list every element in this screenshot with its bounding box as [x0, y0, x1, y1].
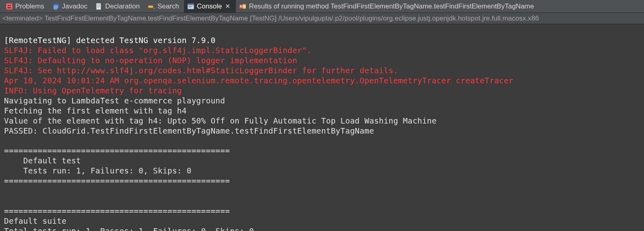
console-line: Value of the element with tag h4: Upto 5…: [4, 116, 437, 126]
console-line: SLF4J: See http://www.slf4j.org/codes.ht…: [4, 66, 398, 75]
status-text: <terminated> TestFindFirstElementByTagNa…: [2, 14, 539, 22]
console-line: ========================================…: [4, 146, 230, 155]
console-line: Default test: [4, 156, 81, 165]
tab-label: Problems: [15, 2, 44, 10]
console-line: Navigating to LambdaTest e-commerce play…: [4, 96, 225, 105]
console-line: SLF4J: Defaulting to no-operation (NOP) …: [4, 56, 297, 65]
console-line: ========================================…: [4, 206, 230, 216]
svg-rect-9: [97, 7, 99, 8]
problems-icon: [6, 3, 13, 10]
svg-rect-3: [8, 7, 11, 8]
tab-label: Console: [197, 2, 222, 10]
tab-javadoc[interactable]: @ Javadoc: [49, 0, 92, 12]
svg-rect-10: [148, 5, 153, 8]
svg-rect-13: [188, 4, 194, 5]
testng-icon: NG: [239, 3, 246, 10]
svg-point-1: [8, 5, 9, 6]
declaration-icon: [95, 3, 103, 10]
tab-declaration[interactable]: Declaration: [92, 0, 144, 12]
svg-rect-15: [188, 7, 191, 7]
console-line: PASSED: CloudGrid.TestFindFirstElementBy…: [4, 126, 374, 136]
svg-rect-8: [97, 6, 100, 6]
tab-bar: Problems @ Javadoc Declaration Search Co…: [0, 0, 644, 13]
svg-text:G: G: [243, 4, 246, 8]
svg-text:@: @: [54, 4, 58, 9]
tab-label: Declaration: [105, 2, 140, 10]
tab-console[interactable]: Console ✕: [184, 0, 236, 12]
console-line: Tests run: 1, Failures: 0, Skips: 0: [4, 166, 192, 175]
svg-rect-14: [188, 6, 192, 6]
console-status-line: <terminated> TestFindFirstElementByTagNa…: [0, 13, 644, 24]
console-line: Apr 18, 2024 10:01:24 AM org.openqa.sele…: [4, 76, 514, 85]
javadoc-icon: @: [52, 3, 60, 10]
console-line: Default suite: [4, 217, 66, 226]
console-line: INFO: Using OpenTelemetry for tracing: [4, 86, 182, 95]
console-line: ========================================…: [4, 176, 230, 186]
tab-label: Results of running method TestFindFirstE…: [249, 2, 534, 10]
console-line: Total tests run: 1, Passes: 1, Failures:…: [4, 227, 254, 231]
tab-label: Search: [157, 2, 179, 10]
close-icon[interactable]: ✕: [224, 2, 231, 10]
console-output: [RemoteTestNG] detected TestNG version 7…: [0, 24, 644, 231]
svg-rect-0: [6, 3, 12, 10]
console-line: [RemoteTestNG] detected TestNG version 7…: [4, 36, 215, 45]
tab-results[interactable]: NG Results of running method TestFindFir…: [236, 0, 539, 12]
svg-line-11: [153, 7, 155, 9]
tab-search[interactable]: Search: [144, 0, 184, 12]
tab-problems[interactable]: Problems: [2, 0, 49, 12]
svg-rect-7: [97, 4, 100, 5]
tab-label: Javadoc: [62, 2, 87, 10]
console-icon: [187, 3, 194, 10]
search-icon: [148, 3, 155, 10]
console-line: Fetching the first element with tag h4: [4, 106, 187, 116]
svg-point-2: [10, 5, 11, 6]
svg-text:N: N: [240, 4, 243, 8]
console-line: SLF4J: Failed to load class "org.slf4j.i…: [4, 46, 312, 55]
